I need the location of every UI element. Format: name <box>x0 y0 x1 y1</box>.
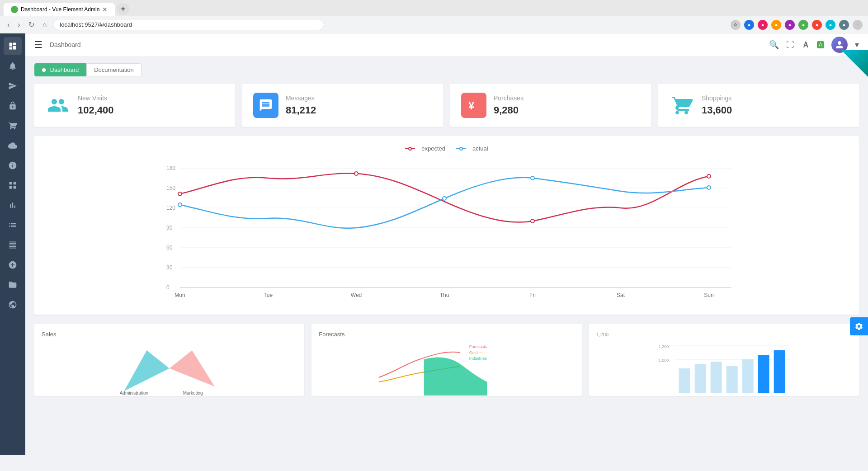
messages-info: Messages 81,212 <box>286 94 432 116</box>
svg-point-2 <box>409 147 411 150</box>
svg-text:90: 90 <box>166 225 173 231</box>
translate-icon[interactable]: A <box>817 41 824 48</box>
svg-point-30 <box>707 174 711 178</box>
svg-text:Thu: Thu <box>440 292 449 298</box>
svg-point-34 <box>707 186 711 189</box>
svg-text:Fri: Fri <box>529 292 536 298</box>
ext7-icon[interactable]: ● <box>826 20 835 30</box>
svg-text:Administration: Administration <box>120 391 148 396</box>
line-chart-svg: 180 150 120 90 60 30 0 <box>43 159 850 304</box>
svg-text:30: 30 <box>166 264 173 271</box>
ext6-icon[interactable]: ● <box>812 20 822 30</box>
browser-toolbar: ☆ ● ● ● ● ● ● ● ● ⋮ <box>731 20 863 30</box>
address-bar[interactable]: localhost:9527/#/dashboard <box>53 19 324 30</box>
new-visits-value: 102,400 <box>78 104 224 116</box>
sidebar-item-bar-chart[interactable] <box>4 196 22 214</box>
ext5-icon[interactable]: ● <box>798 20 808 30</box>
shoppings-info: Shoppings 13,600 <box>702 94 848 116</box>
svg-text:120: 120 <box>166 205 175 211</box>
svg-rect-48 <box>742 359 753 393</box>
svg-point-29 <box>531 219 534 223</box>
sidebar-item-send[interactable] <box>4 77 22 95</box>
svg-rect-46 <box>710 362 722 393</box>
svg-rect-50 <box>774 350 785 393</box>
tab-documentation[interactable]: Documentation <box>86 63 141 76</box>
sidebar-item-folder[interactable] <box>4 276 22 294</box>
stat-card-new-visits: New Visits 102,400 <box>34 84 235 127</box>
back-button[interactable]: ‹ <box>5 19 11 31</box>
svg-text:60: 60 <box>166 245 173 251</box>
sidebar-item-list[interactable] <box>4 216 22 234</box>
messages-icon <box>253 93 278 118</box>
search-header-icon[interactable]: 🔍 <box>769 40 779 50</box>
sidebar <box>0 33 25 455</box>
svg-text:Marketing: Marketing <box>183 391 203 396</box>
browser-address-bar: ‹ › ↻ ⌂ localhost:9527/#/dashboard ☆ ● ●… <box>0 16 868 33</box>
new-visits-info: New Visits 102,400 <box>78 94 224 116</box>
breadcrumb: Dashboard <box>50 41 81 48</box>
app-container: ☰ Dashboard 🔍 ⛶ Ａ A ▾ Dashboard <box>0 33 868 455</box>
sidebar-item-cart[interactable] <box>4 117 22 135</box>
svg-point-32 <box>443 197 446 200</box>
stat-card-shoppings: Shoppings 13,600 <box>658 84 859 127</box>
forward-button[interactable]: › <box>16 19 22 31</box>
tab-title: Dashboard - Vue Element Admin <box>21 6 99 13</box>
svg-rect-44 <box>679 368 690 393</box>
ext2-icon[interactable]: ● <box>758 20 768 30</box>
user-dropdown-arrow[interactable]: ▾ <box>855 40 859 50</box>
svg-text:180: 180 <box>166 165 175 171</box>
stats-chart-label: 1,200 <box>596 331 852 338</box>
tab-dashboard[interactable]: Dashboard <box>34 63 86 76</box>
sidebar-item-bell[interactable] <box>4 57 22 75</box>
bottom-charts: Sales Administration Marketing Forecasts <box>34 324 859 396</box>
svg-text:Sun: Sun <box>704 292 713 298</box>
svg-rect-45 <box>694 364 706 393</box>
sidebar-item-table[interactable] <box>4 236 22 254</box>
hamburger-button[interactable]: ☰ <box>34 39 42 50</box>
stats-grid: New Visits 102,400 Messages 81,212 <box>34 84 859 127</box>
more-button[interactable]: ⋮ <box>853 20 863 30</box>
home-button[interactable]: ⌂ <box>41 19 49 31</box>
forecasts-chart-label: Forecasts <box>319 331 574 338</box>
main-area: ☰ Dashboard 🔍 ⛶ Ａ A ▾ Dashboard <box>25 33 868 455</box>
svg-text:1,000: 1,000 <box>658 358 669 363</box>
ext4-icon[interactable]: ● <box>785 20 795 30</box>
fullscreen-icon[interactable]: ⛶ <box>786 40 794 50</box>
svg-point-31 <box>178 203 182 207</box>
ext1-icon[interactable]: ● <box>744 20 754 30</box>
svg-point-33 <box>531 176 534 180</box>
new-tab-button[interactable]: + <box>117 3 129 15</box>
shoppings-label: Shoppings <box>702 94 848 102</box>
new-visits-label: New Visits <box>78 94 224 102</box>
sidebar-item-grid[interactable] <box>4 176 22 194</box>
bookmark-icon[interactable]: ☆ <box>731 20 741 30</box>
sidebar-item-info[interactable] <box>4 156 22 174</box>
purchases-label: Purchases <box>494 94 640 102</box>
reload-button[interactable]: ↻ <box>27 19 36 31</box>
legend-expected: expected <box>405 145 445 152</box>
shoppings-icon <box>669 93 694 118</box>
stat-card-messages: Messages 81,212 <box>242 84 443 127</box>
svg-rect-49 <box>758 355 769 393</box>
ext3-icon[interactable]: ● <box>771 20 781 30</box>
sidebar-item-lock[interactable] <box>4 97 22 115</box>
active-browser-tab[interactable]: Dashboard - Vue Element Admin ✕ <box>4 3 115 16</box>
svg-text:Sat: Sat <box>617 292 625 298</box>
top-header: ☰ Dashboard 🔍 ⛶ Ａ A ▾ <box>25 33 868 56</box>
messages-label: Messages <box>286 94 432 102</box>
settings-float-button[interactable] <box>850 317 868 335</box>
svg-rect-47 <box>726 366 737 393</box>
sidebar-item-globe[interactable] <box>4 296 22 314</box>
sidebar-item-dashboard[interactable] <box>4 37 22 55</box>
tab-close-btn[interactable]: ✕ <box>102 6 108 13</box>
svg-text:Tue: Tue <box>264 292 273 298</box>
tab-favicon <box>11 6 18 13</box>
sidebar-item-plus[interactable] <box>4 256 22 274</box>
stats-chart-card: 1,200 1,200 1,000 <box>589 324 859 396</box>
svg-text:¥: ¥ <box>468 99 475 112</box>
ext8-icon[interactable]: ● <box>839 20 849 30</box>
font-size-icon[interactable]: Ａ <box>802 39 810 50</box>
sidebar-item-cloud[interactable] <box>4 137 22 155</box>
purchases-info: Purchases 9,280 <box>494 94 640 116</box>
svg-text:Gold —: Gold — <box>469 350 483 355</box>
